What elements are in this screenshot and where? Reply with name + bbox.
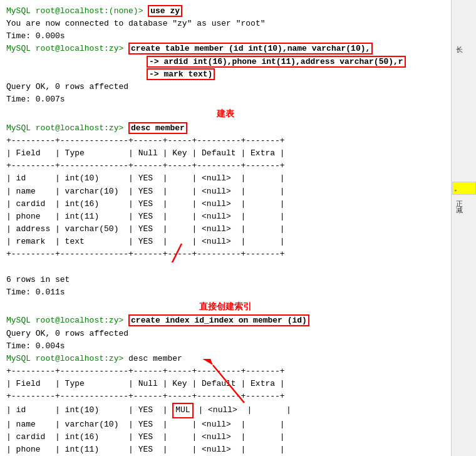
annotation-direct-index: 直接创建索引 xyxy=(6,300,445,314)
table1-header: | Field | Type | Null | Key | Default | … xyxy=(6,147,445,160)
table2-row-cardid: | cardid | int(16) | YES | | <null> | | xyxy=(6,431,445,443)
table1-row-remark: | remark | text | YES | | <null> | | xyxy=(6,236,445,248)
table2-row-name: | name | varchar(10) | YES | | <null> | … xyxy=(6,418,445,431)
prompt-7: MySQL root@localhost:zy> xyxy=(6,123,128,133)
sidebar-text-3: 减 xyxy=(452,198,466,203)
cmd-desc-member-1: desc member xyxy=(128,122,187,134)
line-16: Query OK, 0 rows affected xyxy=(6,328,445,340)
svg-line-3 xyxy=(213,365,244,403)
line-5: Query OK, 0 rows affected xyxy=(6,81,445,93)
line-1: MySQL root@localhost:(none)> use zy xyxy=(6,5,445,18)
time-011: Time: 0.011s xyxy=(6,286,445,299)
prompt-1: MySQL root@localhost:(none)> xyxy=(6,6,148,16)
table1-row-name: | name | varchar(10) | YES | | <null> | … xyxy=(6,185,445,198)
right-sidebar: 长 。 正 减 xyxy=(451,0,476,456)
line-4: MySQL root@localhost:zy> create table me… xyxy=(6,43,445,55)
table1-row-address: | address | varchar(50) | YES | | <null>… xyxy=(6,223,445,236)
connected-text: connected xyxy=(65,19,109,28)
sidebar-text-1: 长 xyxy=(452,38,466,43)
cmd-create-table-3: -> mark text) xyxy=(147,68,215,80)
line-3: Time: 0.000s xyxy=(6,30,445,43)
cmd-create-table-2: -> ardid int(16),phone int(11),address v… xyxy=(147,56,406,68)
arrow-down-svg xyxy=(132,237,207,262)
table1-top-border: +---------+--------------+------+-----+-… xyxy=(6,135,445,147)
table1-header-border: +---------+--------------+------+-----+-… xyxy=(6,160,445,172)
line-4b: -> ardid int(16),phone int(11),address v… xyxy=(6,56,445,68)
line-6: Time: 0.007s xyxy=(6,93,445,106)
arrow-up-svg xyxy=(182,359,276,409)
annotation-build-table: 建表 xyxy=(6,107,445,121)
prompt-18: MySQL root@localhost:zy> xyxy=(6,354,128,363)
prompt-4: MySQL root@localhost:zy> xyxy=(6,44,128,53)
cmd-use-zy: use zy xyxy=(148,5,182,17)
line-15: MySQL root@localhost:zy> create index id… xyxy=(6,314,445,327)
table2-row-phone: | phone | int(11) | YES | | <null> | | xyxy=(6,443,445,456)
table1-row-phone: | phone | int(11) | YES | | <null> | | xyxy=(6,210,445,223)
cmd-create-index: create index id_index on member (id) xyxy=(128,314,309,326)
line-17: Time: 0.004s xyxy=(6,340,445,353)
terminal: MySQL root@localhost:(none)> use zy You … xyxy=(0,0,451,456)
yellow-marker: 。 xyxy=(452,182,476,195)
line-2: You are now connected to database "zy" a… xyxy=(6,18,445,30)
annotation-create-index-area: 直接创建索引 xyxy=(6,300,445,314)
rows-in-set-1: 6 rows in set xyxy=(6,274,445,286)
svg-line-1 xyxy=(157,244,182,262)
table1-row-id: | id | int(10) | YES | | <null> | | xyxy=(6,172,445,185)
prompt-15: MySQL root@localhost:zy> xyxy=(6,316,128,325)
blank1 xyxy=(6,261,445,273)
line-4c: -> mark text) xyxy=(6,68,445,81)
table1-bottom-border: +---------+--------------+------+-----+-… xyxy=(6,248,445,261)
cmd-create-table: create table member (id int(10),name var… xyxy=(128,43,373,54)
line-7: MySQL root@localhost:zy> desc member xyxy=(6,122,445,135)
table1-row-cardid: | cardid | int(16) | YES | | <null> | | xyxy=(6,198,445,210)
